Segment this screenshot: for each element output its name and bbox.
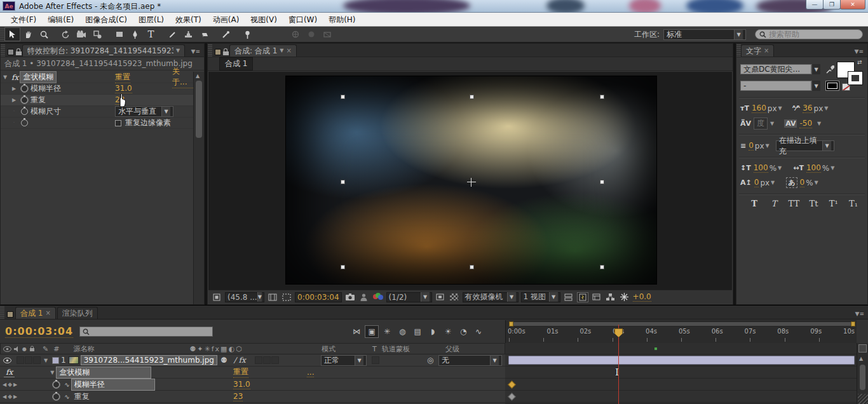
tab-character[interactable]: 文字 × xyxy=(741,44,774,57)
keyframe-navigator[interactable]: ◀◆▶ xyxy=(3,393,17,400)
snapshot-icon[interactable] xyxy=(344,292,356,302)
help-search-input[interactable] xyxy=(769,30,851,39)
parent-column[interactable]: 父级 xyxy=(445,344,459,354)
stopwatch-icon[interactable] xyxy=(21,85,28,92)
iterations-track[interactable] xyxy=(505,391,857,403)
stopwatch-icon[interactable] xyxy=(53,393,60,400)
live-update-icon[interactable]: ▣ xyxy=(365,325,379,338)
view-layout-dropdown[interactable]: 1 视图 ▼ xyxy=(521,292,560,302)
pan-behind-tool[interactable] xyxy=(90,27,105,41)
timeline-search-input[interactable] xyxy=(92,327,194,336)
close-tab-icon[interactable]: × xyxy=(45,307,50,319)
chevron-down-icon[interactable]: ▼ xyxy=(770,121,774,126)
help-search-box[interactable] xyxy=(755,29,863,39)
selection-handle[interactable] xyxy=(470,265,474,269)
lock-icon[interactable] xyxy=(223,48,229,55)
hand-tool[interactable] xyxy=(20,27,36,41)
menu-view[interactable]: 视图(V) xyxy=(245,13,283,27)
next-keyframe-icon[interactable]: ▶ xyxy=(13,382,17,387)
faux-bold-toggle[interactable]: T xyxy=(747,199,762,208)
menu-window[interactable]: 窗口(W) xyxy=(283,13,323,27)
lock-icon[interactable] xyxy=(16,48,22,55)
eraser-tool[interactable] xyxy=(196,27,212,41)
zoom-tool[interactable] xyxy=(36,27,52,41)
selection-handle[interactable] xyxy=(341,180,345,184)
fast-preview-icon[interactable] xyxy=(577,292,588,302)
effect-name[interactable]: 盒状模糊 xyxy=(20,72,56,83)
panel-menu-icon[interactable]: ▼≡ xyxy=(855,311,868,319)
tracking-value[interactable]: -50 xyxy=(799,119,812,128)
comp-mini-flowchart-icon[interactable]: ⋈ xyxy=(349,325,363,338)
resize-grip[interactable] xyxy=(858,394,868,404)
chevron-down-icon[interactable]: ▼ xyxy=(811,64,820,74)
pickwhip-icon[interactable]: ◎ xyxy=(427,356,433,365)
next-keyframe-icon[interactable]: ▶ xyxy=(13,394,17,400)
close-tab-icon[interactable]: × xyxy=(764,45,769,57)
time-ruler[interactable]: 0:00s 01s 02s 03s 04s 05s 06s 07s 08s 09… xyxy=(505,320,857,343)
add-keyframe-icon[interactable]: ◆ xyxy=(8,393,12,400)
pen-tool[interactable] xyxy=(127,27,143,41)
close-tab-icon[interactable]: × xyxy=(286,45,291,57)
chevron-down-icon[interactable]: ▼ xyxy=(778,105,782,111)
chevron-down-icon[interactable]: ▼ xyxy=(811,81,820,91)
scrollbar[interactable]: ▲ xyxy=(193,72,204,304)
panel-menu-icon[interactable]: ▼≡ xyxy=(191,48,204,57)
small-caps-toggle[interactable]: Tt xyxy=(806,199,822,208)
menu-layer[interactable]: 图层(L) xyxy=(133,13,170,27)
superscript-toggle[interactable]: T¹ xyxy=(826,199,841,208)
roto-brush-tool[interactable] xyxy=(218,27,234,41)
scroll-up-icon[interactable]: ▲ xyxy=(859,356,863,361)
channels-icon[interactable] xyxy=(372,292,384,302)
stopwatch-icon[interactable] xyxy=(53,381,60,388)
show-snapshot-icon[interactable] xyxy=(358,292,370,302)
font-size-value[interactable]: 160 xyxy=(752,104,766,113)
scroll-thumb[interactable] xyxy=(196,81,202,138)
type-tool[interactable]: T xyxy=(143,27,159,41)
menu-effect[interactable]: 效果(T) xyxy=(170,13,207,27)
work-area-start-handle[interactable] xyxy=(509,321,513,327)
repeat-edge-checkbox[interactable] xyxy=(115,120,121,126)
transparency-grid-icon[interactable] xyxy=(449,292,460,302)
menu-composition[interactable]: 图像合成(C) xyxy=(79,13,133,27)
horizontal-scale-value[interactable]: 100 xyxy=(806,163,821,173)
layer-twirl-icon[interactable]: ▼ xyxy=(41,358,50,363)
track-matte-column[interactable]: 轨道蒙板 xyxy=(382,344,410,354)
region-of-interest-icon[interactable] xyxy=(281,292,292,302)
chevron-down-icon[interactable]: ▼ xyxy=(815,180,818,185)
work-area-end-handle[interactable] xyxy=(851,321,855,327)
selection-handle[interactable] xyxy=(600,95,604,99)
twirl-right-icon[interactable]: ▶ xyxy=(10,97,18,103)
keyframe-diamond[interactable] xyxy=(508,380,516,389)
fill-mode-dropdown[interactable]: 在描边上填充 ▼ xyxy=(776,140,834,151)
chevron-down-icon[interactable]: ▼ xyxy=(771,180,775,185)
tab-effect-controls[interactable]: 特效控制台: 39107284_1411954415923_mth ▼ xyxy=(22,44,185,57)
blur-radius-track[interactable] xyxy=(505,379,857,391)
maximize-button[interactable]: ❐ xyxy=(823,0,841,10)
kerning-value[interactable]: 度 xyxy=(754,118,768,130)
puppet-pin-tool[interactable] xyxy=(240,27,255,41)
rotation-tool[interactable] xyxy=(58,27,74,41)
exposure-reset-icon[interactable] xyxy=(619,292,630,302)
exposure-value[interactable]: +0.0 xyxy=(633,292,651,302)
graph-editor-icon[interactable]: ∿ xyxy=(471,325,485,338)
current-time-display[interactable]: 0:00:03:04 xyxy=(5,325,73,338)
keyframe-navigator[interactable]: ◀◆▶ xyxy=(3,381,17,387)
axis-mode-world-icon[interactable] xyxy=(303,27,319,41)
close-button[interactable]: ✕ xyxy=(840,0,865,10)
effect-more-link[interactable]: ... xyxy=(307,368,314,377)
subscript-toggle[interactable]: T₁ xyxy=(846,199,861,208)
stopwatch-icon[interactable] xyxy=(21,108,28,115)
twirl-right-icon[interactable]: ▶ xyxy=(10,86,18,91)
mask-shape-tool[interactable] xyxy=(111,27,127,41)
axis-mode-local-icon[interactable] xyxy=(287,27,303,41)
chevron-down-icon[interactable]: ▼ xyxy=(824,105,828,111)
property-name[interactable]: 重复 xyxy=(72,391,92,402)
stroke-color-mini-swatch[interactable] xyxy=(825,81,839,91)
layer-source-name[interactable]: 3910728...54415923_mthumb.jpg xyxy=(81,356,217,365)
property-value[interactable]: 23 xyxy=(233,392,243,401)
auto-keyframe-icon[interactable]: ◔ xyxy=(456,325,470,338)
brush-tool[interactable] xyxy=(165,27,180,41)
stroke-width-value[interactable]: 0 xyxy=(749,141,754,151)
twirl-down-icon[interactable]: ▼ xyxy=(1,74,10,80)
stopwatch-icon[interactable] xyxy=(21,119,28,126)
